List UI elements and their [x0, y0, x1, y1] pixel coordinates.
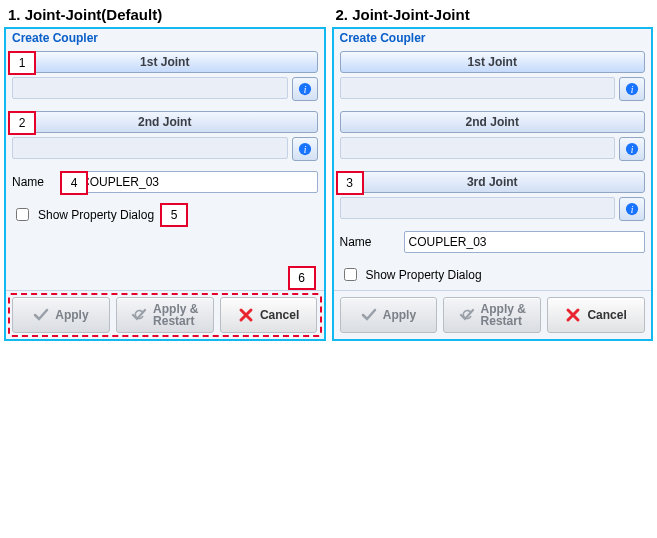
third-joint-button[interactable]: 3rd Joint	[340, 171, 646, 193]
check-icon	[361, 307, 377, 323]
info-icon[interactable]: i	[619, 77, 645, 101]
svg-text:i: i	[631, 144, 634, 155]
footer-buttons-right: Apply Apply & Restart Can	[334, 290, 652, 339]
svg-text:i: i	[631, 204, 634, 215]
name-input-right[interactable]	[404, 231, 646, 253]
first-joint-value-input[interactable]	[340, 77, 616, 99]
info-icon[interactable]: i	[292, 137, 318, 161]
apply-restart-label-2: Restart	[481, 315, 526, 327]
apply-label: Apply	[383, 308, 416, 322]
svg-text:i: i	[303, 144, 306, 155]
second-joint-value-input[interactable]	[12, 137, 288, 159]
show-property-checkbox-left[interactable]	[16, 208, 29, 221]
first-joint-value-input[interactable]	[12, 77, 288, 99]
apply-button[interactable]: Apply	[340, 297, 438, 333]
first-joint-button[interactable]: 1st Joint	[340, 51, 646, 73]
apply-restart-label-2: Restart	[153, 315, 198, 327]
first-joint-button[interactable]: 1st Joint	[12, 51, 318, 73]
create-coupler-panel-left: Create Coupler 1 1st Joint i 2	[4, 27, 326, 341]
svg-text:i: i	[303, 84, 306, 95]
apply-restart-button[interactable]: Apply & Restart	[116, 297, 214, 333]
name-label-left: Name	[12, 175, 68, 189]
tab-title-left: 1. Joint-Joint(Default)	[4, 4, 326, 27]
footer-buttons-left: Apply Apply & Restart	[6, 290, 324, 339]
second-joint-button[interactable]: 2nd Joint	[12, 111, 318, 133]
third-joint-value-input[interactable]	[340, 197, 616, 219]
panel-header-right: Create Coupler	[334, 29, 652, 49]
show-property-label-left: Show Property Dialog	[38, 208, 154, 222]
name-label-right: Name	[340, 235, 396, 249]
tab-title-right: 2. Joint-Joint-Joint	[332, 4, 654, 27]
info-icon[interactable]: i	[292, 77, 318, 101]
create-coupler-panel-right: Create Coupler 1st Joint i 2nd Joint	[332, 27, 654, 341]
check-restart-icon	[459, 307, 475, 323]
callout-5: 5	[160, 203, 188, 227]
check-restart-icon	[131, 307, 147, 323]
svg-text:i: i	[631, 84, 634, 95]
cancel-button[interactable]: Cancel	[547, 297, 645, 333]
apply-restart-button[interactable]: Apply & Restart	[443, 297, 541, 333]
show-property-checkbox-right[interactable]	[344, 268, 357, 281]
apply-button[interactable]: Apply	[12, 297, 110, 333]
info-icon[interactable]: i	[619, 197, 645, 221]
cancel-icon	[238, 307, 254, 323]
name-input-left[interactable]	[76, 171, 318, 193]
cancel-icon	[565, 307, 581, 323]
second-joint-value-input[interactable]	[340, 137, 616, 159]
second-joint-button[interactable]: 2nd Joint	[340, 111, 646, 133]
cancel-label: Cancel	[260, 308, 299, 322]
cancel-label: Cancel	[587, 308, 626, 322]
panel-header-left: Create Coupler	[6, 29, 324, 49]
apply-label: Apply	[55, 308, 88, 322]
check-icon	[33, 307, 49, 323]
cancel-button[interactable]: Cancel	[220, 297, 318, 333]
info-icon[interactable]: i	[619, 137, 645, 161]
show-property-label-right: Show Property Dialog	[366, 268, 482, 282]
